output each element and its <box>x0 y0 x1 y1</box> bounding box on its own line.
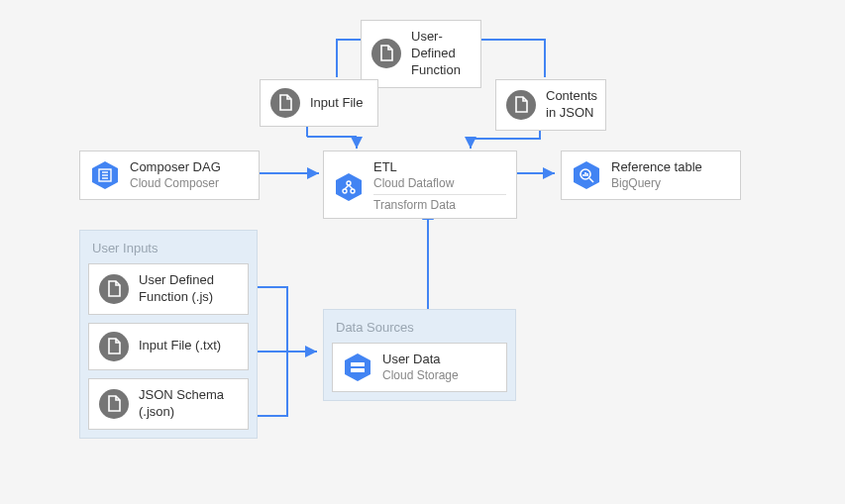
node-subtitle2: Transform Data <box>373 194 506 214</box>
node-subtitle: Cloud Storage <box>382 368 459 384</box>
composer-icon <box>90 160 120 190</box>
svg-rect-24 <box>351 368 365 372</box>
svg-rect-23 <box>351 362 365 366</box>
node-subtitle: BigQuery <box>611 176 702 192</box>
node-title: User Data <box>382 352 459 368</box>
group-user-inputs: User Inputs User Defined Function (.js) … <box>79 230 258 439</box>
node-title-line2: Function (.js) <box>139 289 214 306</box>
node-input-file: Input File <box>260 79 378 127</box>
document-icon <box>270 88 300 118</box>
node-bigquery: Reference table BigQuery <box>561 151 741 200</box>
cloud-storage-icon <box>343 353 372 382</box>
node-composer: Composer DAG Cloud Composer <box>79 151 260 200</box>
document-icon <box>99 332 129 361</box>
node-title: Composer DAG <box>130 159 221 176</box>
node-contents-json: Contents in JSON <box>495 79 606 131</box>
node-etl: ETL Cloud Dataflow Transform Data <box>323 151 517 219</box>
group-data-sources: Data Sources User Data Cloud Storage <box>323 309 516 401</box>
document-icon <box>506 90 536 120</box>
node-title: Input File <box>310 95 363 112</box>
node-title: User-Defined <box>411 29 471 62</box>
node-user-data: User Data Cloud Storage <box>332 343 507 392</box>
node-title-line2: Function <box>411 62 471 79</box>
group-title: User Inputs <box>88 239 249 257</box>
group-title: Data Sources <box>332 318 507 337</box>
dataflow-icon <box>334 172 364 202</box>
document-icon <box>99 389 129 419</box>
node-user-input-json: JSON Schema (.json) <box>88 378 249 430</box>
node-subtitle: Cloud Dataflow <box>373 176 506 192</box>
node-subtitle: Cloud Composer <box>130 176 221 192</box>
node-title: ETL <box>373 159 506 176</box>
bigquery-icon <box>572 160 601 190</box>
node-user-input-txt: Input File (.txt) <box>88 323 249 370</box>
document-icon <box>371 39 401 68</box>
node-title: User Defined <box>139 272 214 289</box>
node-title-line2: (.json) <box>139 404 224 421</box>
node-user-input-udf: User Defined Function (.js) <box>88 263 249 315</box>
node-title: Reference table <box>611 159 702 176</box>
node-udf-top: User-Defined Function <box>361 20 481 88</box>
document-icon <box>99 274 129 304</box>
node-title-line2: in JSON <box>546 105 597 122</box>
node-title: Input File (.txt) <box>139 338 221 354</box>
node-title: JSON Schema <box>139 387 224 404</box>
node-title: Contents <box>546 88 597 105</box>
